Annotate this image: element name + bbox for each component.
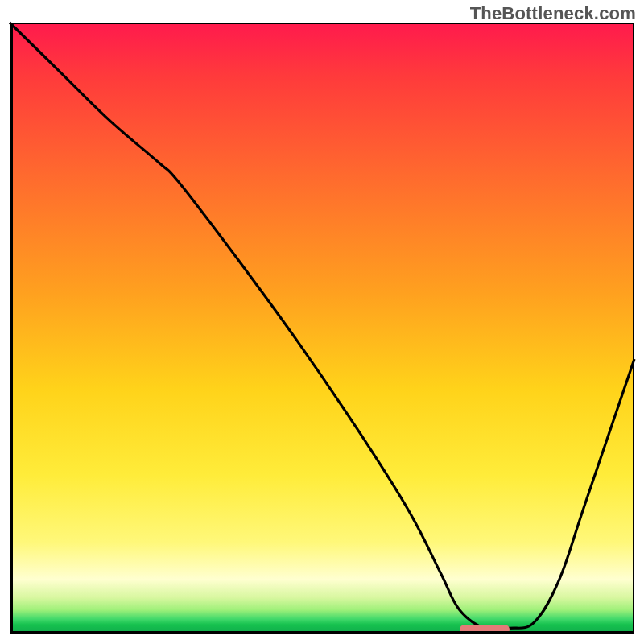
bottleneck-curve [10, 23, 634, 634]
curve-path [10, 23, 634, 630]
chart-container: TheBottleneck.com [0, 0, 644, 644]
optimal-range-marker [460, 625, 510, 634]
watermark-text: TheBottleneck.com [470, 3, 636, 24]
